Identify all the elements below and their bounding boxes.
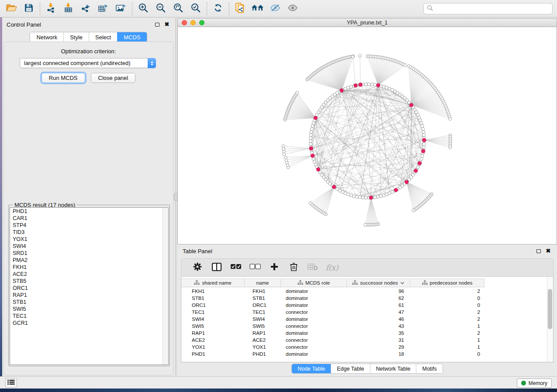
show-all-button[interactable] xyxy=(284,2,301,16)
mcds-result-item[interactable]: STB5 xyxy=(10,278,168,285)
graph-leaf-node[interactable] xyxy=(364,224,367,227)
graph-node[interactable] xyxy=(420,122,423,125)
duplicate-network-button[interactable] xyxy=(232,2,249,16)
graph-mcds-node[interactable] xyxy=(422,138,426,142)
tab-network-table[interactable]: Network Table xyxy=(370,364,416,373)
first-neighbors-button[interactable] xyxy=(249,2,266,16)
table-row[interactable]: TEC1TEC1connector472 xyxy=(181,309,553,316)
mcds-result-item[interactable]: GCR1 xyxy=(10,320,168,327)
graph-mcds-node[interactable] xyxy=(354,84,357,87)
table-row[interactable]: SWI5SWI5connector431 xyxy=(181,323,553,330)
mcds-result-item[interactable]: CAR1 xyxy=(10,215,168,222)
column-header-name[interactable]: name xyxy=(245,279,281,287)
graph-node[interactable] xyxy=(312,157,315,160)
table-row[interactable]: YOX1YOX1connector291 xyxy=(181,344,553,351)
graph-leaf-node[interactable] xyxy=(449,117,452,120)
table-row[interactable]: FKH1FKH1dominator962 xyxy=(181,288,553,295)
graph-node[interactable] xyxy=(310,131,313,134)
tab-network[interactable]: Network xyxy=(30,32,63,42)
delete-column-button[interactable] xyxy=(287,261,300,274)
graph-mcds-node[interactable] xyxy=(359,83,362,86)
mcds-result-item[interactable]: SWI5 xyxy=(10,306,168,313)
table-settings-button[interactable] xyxy=(191,261,204,274)
optimization-criterion-dropdown[interactable]: largest connected component (undirected) xyxy=(20,58,156,68)
run-mcds-button[interactable]: Run MCDS xyxy=(42,73,85,83)
deselect-all-rows-button[interactable] xyxy=(249,261,262,274)
float-panel-button[interactable] xyxy=(154,21,161,28)
mcds-result-item[interactable]: ORC1 xyxy=(10,285,168,292)
graph-node[interactable] xyxy=(374,196,377,199)
table-row[interactable]: SWI4SWI4dominator462 xyxy=(181,316,553,323)
network-canvas[interactable] xyxy=(177,27,557,244)
graph-node[interactable] xyxy=(370,83,374,86)
table-close-button[interactable]: ✖ xyxy=(545,248,552,254)
column-header-successor-nodes[interactable]: successor nodes xyxy=(347,279,410,287)
graph-mcds-node[interactable] xyxy=(369,196,373,199)
tab-select[interactable]: Select xyxy=(89,32,117,42)
graph-node[interactable] xyxy=(422,145,426,148)
graph-node[interactable] xyxy=(421,124,424,127)
graph-node[interactable] xyxy=(349,194,353,197)
select-all-rows-button[interactable] xyxy=(229,261,242,274)
zoom-selected-button[interactable] xyxy=(187,2,204,16)
mcds-result-item[interactable]: FKH1 xyxy=(10,264,168,271)
graph-leaf-node[interactable] xyxy=(351,55,354,58)
tab-node-table[interactable]: Node Table xyxy=(292,364,331,373)
graph-node[interactable] xyxy=(422,134,426,137)
graph-mcds-node[interactable] xyxy=(316,168,320,171)
mcds-result-item[interactable]: YOX1 xyxy=(10,236,168,243)
graph-node[interactable] xyxy=(361,196,364,199)
graph-mcds-node[interactable] xyxy=(409,103,413,107)
graph-node[interactable] xyxy=(364,196,367,199)
graph-node[interactable] xyxy=(349,85,353,88)
graph-node[interactable] xyxy=(364,83,367,86)
zoom-out-button[interactable] xyxy=(152,2,170,16)
graph-node[interactable] xyxy=(355,195,358,198)
close-panel-action-button[interactable]: Close panel xyxy=(91,73,136,83)
graph-node[interactable] xyxy=(346,86,349,89)
graph-node[interactable] xyxy=(421,155,424,158)
graph-node[interactable] xyxy=(421,127,424,131)
export-image-button[interactable] xyxy=(112,2,130,16)
table-float-button[interactable] xyxy=(535,248,542,254)
graph-node[interactable] xyxy=(309,139,312,142)
graph-node[interactable] xyxy=(382,194,385,197)
graph-mcds-node[interactable] xyxy=(394,188,398,192)
mcds-result-item[interactable]: SWI4 xyxy=(10,243,168,250)
zoom-fit-button[interactable] xyxy=(170,2,187,16)
tab-mcds[interactable]: MCDS xyxy=(117,32,146,42)
tab-motifs[interactable]: Motifs xyxy=(416,364,442,373)
table-row[interactable]: ORC1ORC1dominator610 xyxy=(181,302,553,309)
table-row[interactable]: ACE2ACE2connector311 xyxy=(181,337,553,344)
search-input[interactable] xyxy=(436,4,552,13)
tab-style[interactable]: Style xyxy=(63,32,89,42)
graph-leaf-node[interactable] xyxy=(449,146,452,149)
graph-node[interactable] xyxy=(309,142,312,145)
table-scrollbar-thumb[interactable] xyxy=(548,289,552,329)
mcds-result-item[interactable]: ACE2 xyxy=(10,271,168,278)
graph-node[interactable] xyxy=(379,195,382,198)
tab-edge-table[interactable]: Edge Table xyxy=(331,364,370,373)
mcds-list-scrollbar[interactable] xyxy=(163,208,168,364)
save-session-button[interactable] xyxy=(20,2,38,16)
mcds-result-item[interactable]: STB1 xyxy=(10,299,168,306)
graph-node[interactable] xyxy=(310,127,313,131)
export-table-button[interactable] xyxy=(95,2,112,16)
graph-mcds-node[interactable] xyxy=(340,89,343,92)
import-network-button[interactable] xyxy=(42,2,60,16)
mcds-result-item[interactable]: RAP1 xyxy=(10,292,168,299)
table-row[interactable]: RAP1RAP1dominator352 xyxy=(181,330,553,337)
memory-button[interactable]: Memory xyxy=(517,378,552,388)
graph-node[interactable] xyxy=(422,142,426,145)
graph-node[interactable] xyxy=(358,196,361,199)
show-columns-button[interactable] xyxy=(210,261,223,274)
table-scrollbar[interactable] xyxy=(547,277,553,362)
graph-mcds-node[interactable] xyxy=(405,180,408,184)
mcds-result-item[interactable]: PHD1 xyxy=(10,208,168,215)
graph-mcds-node[interactable] xyxy=(422,149,425,153)
graph-node[interactable] xyxy=(382,85,385,88)
network-window-titlebar[interactable]: YPA_prune.txt_1 xyxy=(177,18,557,27)
column-header-shared-name[interactable]: shared name xyxy=(181,279,245,287)
column-header-MCDS-role[interactable]: MCDS role xyxy=(281,279,347,287)
mcds-result-item[interactable]: PMA2 xyxy=(10,257,168,264)
